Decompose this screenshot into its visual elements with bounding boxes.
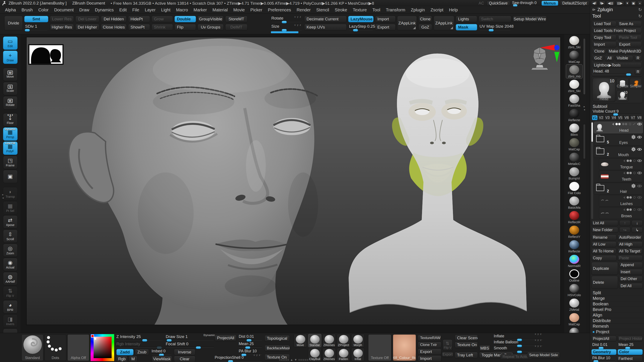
dist-slider-bottom[interactable]: Dist 0.01 [239,334,262,340]
tray-left-button[interactable]: Tray Left [455,352,478,358]
contrast-icon[interactable] [629,123,631,125]
menu-item[interactable]: Alpha [2,7,19,13]
polypaint-icon[interactable] [626,160,629,162]
subtool-folder-eyes[interactable]: 5 Eyes [594,134,643,146]
smt-toggle[interactable]: Smt [24,16,48,22]
current-stroke-thumbnail[interactable]: Dots [44,334,66,361]
left-tool-button[interactable]: ◗ Transp [3,187,18,200]
materials-scroll-arrows[interactable]: ▸◂ [583,105,586,111]
head-resolution-slider[interactable]: Head. 48 [592,69,633,75]
shade-icon-2[interactable] [625,123,627,125]
axis-orientation-widget[interactable] [538,43,560,63]
project-history-button[interactable]: Project History [618,336,643,342]
dist-slider[interactable]: Dist 0.01 [592,343,616,348]
zsub-button[interactable]: Zsub [135,349,149,355]
divide-button[interactable]: Divide [4,16,23,30]
move-down-button[interactable]: ↓ [632,220,643,226]
material-item[interactable]: MatCap [566,50,582,64]
visibility-eye-icon[interactable] [637,148,642,151]
del-higher-button[interactable]: Del Higher [75,24,100,30]
action-button[interactable]: All High [618,242,643,247]
reload-icon[interactable]: ↻ [638,7,642,12]
left-tool-button[interactable]: ▭ Edit [3,36,18,50]
uv-groups-button[interactable]: Uv Groups [198,24,224,30]
left-tool-button[interactable]: ▦ Pt Sel [3,201,18,214]
mean-slider[interactable]: Mean 25 [618,343,643,348]
polypaint-icon-2[interactable] [630,172,632,174]
section-row[interactable]: Align [590,313,644,318]
subtool-scrollbar[interactable] [591,122,593,219]
subtool-item-teeth[interactable]: Teeth [599,170,643,182]
contrast-icon[interactable] [633,196,636,199]
menu-item[interactable]: Picker [248,7,265,13]
switch-button[interactable]: Switch [479,16,511,22]
material-item[interactable]: MatCap [566,137,582,151]
uv-map-size-slider[interactable]: UV Map Size 2048 [479,24,511,30]
import-button[interactable]: Import [375,16,396,22]
color-picker[interactable] [90,334,114,361]
section-row[interactable]: Split [590,290,644,296]
flip-v-button[interactable]: ⇅Flip V [443,340,452,351]
flatten-icon[interactable] [623,196,625,199]
version-tab[interactable]: V5 [618,115,623,120]
paste-tool-button[interactable]: Paste Tool [618,35,642,40]
document-thumbnail[interactable] [29,45,63,64]
menu-item[interactable]: Texture [350,7,370,13]
lazystep-slider[interactable]: LazyStep 0.25 [348,24,374,30]
current-brush-thumbnail[interactable]: Standard [22,334,43,361]
clone-button[interactable]: Clone [418,16,432,22]
flatten-icon[interactable] [623,208,625,211]
size-slider[interactable]: Sizex y z [270,24,303,30]
move-out-folder-button[interactable]: ↪ [619,227,630,233]
quick-brush[interactable]: Flatten [337,348,350,361]
contrast-icon[interactable] [633,160,636,162]
mask-toggle[interactable]: Mask [456,24,477,30]
clear-scene-button[interactable]: Clear Scene [455,335,478,341]
visibility-eye-icon[interactable] [637,208,642,211]
menu-item[interactable]: Document [51,7,76,13]
viewmask-button[interactable]: ViewMask [152,356,172,362]
flip-button[interactable]: Flip [174,24,196,30]
action-button[interactable]: All To Home [592,248,616,254]
left-tool-button[interactable]: ⇄ Xpose [3,215,18,229]
textureraw-button[interactable]: TextureRAW [418,335,441,341]
contrast-icon[interactable] [633,172,636,174]
action-button[interactable]: AutoReorder [618,235,643,240]
inverse-button[interactable]: Inverse [174,349,195,355]
polypaint-icon-2[interactable] [630,160,632,162]
lightbox-tools-button[interactable]: Lightbox▶Tools [592,62,642,68]
section-row[interactable]: Bevel Pro [590,307,644,313]
action-button[interactable]: Rename [592,235,616,240]
keep-uvs-button[interactable]: Keep UVs [304,24,347,30]
menu-item[interactable]: Edit [116,7,130,13]
menu-item[interactable]: Brush [19,7,36,13]
current-alpha-thumbnail[interactable]: Alpha Off [68,334,89,361]
subtool-item-head[interactable]: Head [594,122,643,133]
setup-model-side-button[interactable]: Setup Model Side [527,352,560,358]
material-item[interactable]: Reflecte [566,108,582,122]
contrast-icon[interactable] [633,208,636,211]
sculpt-viewport[interactable] [26,37,561,325]
menu-item[interactable]: Preferences [265,7,294,13]
material-item[interactable]: MatCap [566,312,582,327]
clone-tool-button[interactable]: Clone [592,48,606,54]
goz-r-button[interactable]: R [634,55,642,61]
flatten-icon[interactable] [623,160,625,162]
load-tools-from-project-button[interactable]: Load Tools From Project [592,28,642,34]
section-row-project[interactable]: Project [590,329,644,335]
colour-map-thumbnail[interactable]: 68_Colour_8k [393,334,416,361]
subtool-section-title[interactable]: Subtool [590,104,644,109]
delete-button[interactable]: Delete [592,276,618,289]
append-button[interactable]: Append [619,262,643,268]
visibility-eye-icon[interactable] [637,123,642,125]
left-tool-button[interactable]: S Scale [3,82,18,95]
polypaint-icon-2[interactable] [630,208,632,211]
dock-scroll-arrows[interactable]: ▲▼ [279,358,311,361]
save-as-button[interactable]: Save As [618,21,642,27]
reload-icon[interactable]: ↻ [638,13,642,19]
zapplink-button[interactable]: ZAppLink [397,16,417,30]
visibility-eye-icon[interactable] [637,136,642,139]
window-control-button[interactable]: ▾ [625,1,630,6]
section-row[interactable]: Remesh [590,324,644,329]
window-control-button[interactable]: × [637,1,642,6]
